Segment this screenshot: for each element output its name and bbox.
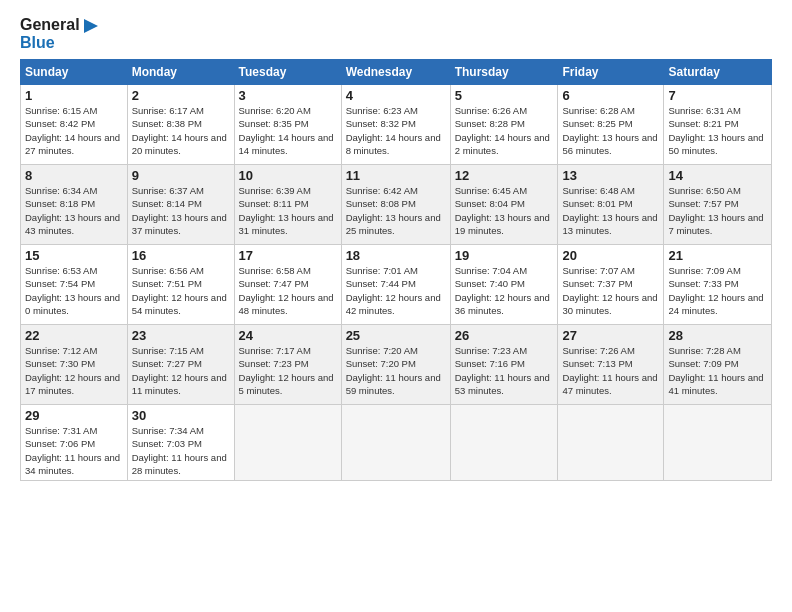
calendar-cell: 23 Sunrise: 7:15 AM Sunset: 7:27 PM Dayl… (127, 325, 234, 405)
calendar-cell: 2 Sunrise: 6:17 AM Sunset: 8:38 PM Dayli… (127, 85, 234, 165)
day-number: 23 (132, 328, 230, 343)
weekday-header: Saturday (664, 60, 772, 85)
calendar-cell: 29 Sunrise: 7:31 AM Sunset: 7:06 PM Dayl… (21, 405, 128, 481)
day-number: 6 (562, 88, 659, 103)
day-number: 7 (668, 88, 767, 103)
calendar-cell (450, 405, 558, 481)
calendar-cell: 11 Sunrise: 6:42 AM Sunset: 8:08 PM Dayl… (341, 165, 450, 245)
day-number: 19 (455, 248, 554, 263)
day-number: 4 (346, 88, 446, 103)
weekday-header: Wednesday (341, 60, 450, 85)
weekday-header-row: SundayMondayTuesdayWednesdayThursdayFrid… (21, 60, 772, 85)
day-info: Sunrise: 6:37 AM Sunset: 8:14 PM Dayligh… (132, 184, 230, 237)
calendar-cell: 13 Sunrise: 6:48 AM Sunset: 8:01 PM Dayl… (558, 165, 664, 245)
day-number: 15 (25, 248, 123, 263)
day-info: Sunrise: 6:15 AM Sunset: 8:42 PM Dayligh… (25, 104, 123, 157)
day-number: 1 (25, 88, 123, 103)
day-number: 25 (346, 328, 446, 343)
calendar-cell: 4 Sunrise: 6:23 AM Sunset: 8:32 PM Dayli… (341, 85, 450, 165)
day-info: Sunrise: 7:04 AM Sunset: 7:40 PM Dayligh… (455, 264, 554, 317)
day-info: Sunrise: 7:07 AM Sunset: 7:37 PM Dayligh… (562, 264, 659, 317)
day-info: Sunrise: 6:34 AM Sunset: 8:18 PM Dayligh… (25, 184, 123, 237)
calendar-cell: 1 Sunrise: 6:15 AM Sunset: 8:42 PM Dayli… (21, 85, 128, 165)
logo: General Blue (20, 16, 98, 51)
calendar-week-row: 22 Sunrise: 7:12 AM Sunset: 7:30 PM Dayl… (21, 325, 772, 405)
day-number: 22 (25, 328, 123, 343)
svg-marker-0 (84, 19, 98, 33)
day-info: Sunrise: 6:53 AM Sunset: 7:54 PM Dayligh… (25, 264, 123, 317)
calendar-cell: 3 Sunrise: 6:20 AM Sunset: 8:35 PM Dayli… (234, 85, 341, 165)
day-info: Sunrise: 6:48 AM Sunset: 8:01 PM Dayligh… (562, 184, 659, 237)
day-info: Sunrise: 6:17 AM Sunset: 8:38 PM Dayligh… (132, 104, 230, 157)
day-info: Sunrise: 7:28 AM Sunset: 7:09 PM Dayligh… (668, 344, 767, 397)
day-info: Sunrise: 7:26 AM Sunset: 7:13 PM Dayligh… (562, 344, 659, 397)
day-info: Sunrise: 7:01 AM Sunset: 7:44 PM Dayligh… (346, 264, 446, 317)
day-info: Sunrise: 6:20 AM Sunset: 8:35 PM Dayligh… (239, 104, 337, 157)
day-number: 12 (455, 168, 554, 183)
calendar-cell: 16 Sunrise: 6:56 AM Sunset: 7:51 PM Dayl… (127, 245, 234, 325)
day-number: 30 (132, 408, 230, 423)
calendar-cell: 18 Sunrise: 7:01 AM Sunset: 7:44 PM Dayl… (341, 245, 450, 325)
day-number: 8 (25, 168, 123, 183)
calendar-cell: 20 Sunrise: 7:07 AM Sunset: 7:37 PM Dayl… (558, 245, 664, 325)
calendar-table: SundayMondayTuesdayWednesdayThursdayFrid… (20, 59, 772, 481)
day-number: 28 (668, 328, 767, 343)
calendar-cell: 8 Sunrise: 6:34 AM Sunset: 8:18 PM Dayli… (21, 165, 128, 245)
day-info: Sunrise: 7:09 AM Sunset: 7:33 PM Dayligh… (668, 264, 767, 317)
day-info: Sunrise: 6:26 AM Sunset: 8:28 PM Dayligh… (455, 104, 554, 157)
calendar-cell: 28 Sunrise: 7:28 AM Sunset: 7:09 PM Dayl… (664, 325, 772, 405)
day-number: 17 (239, 248, 337, 263)
day-number: 3 (239, 88, 337, 103)
calendar-cell: 7 Sunrise: 6:31 AM Sunset: 8:21 PM Dayli… (664, 85, 772, 165)
calendar-week-row: 1 Sunrise: 6:15 AM Sunset: 8:42 PM Dayli… (21, 85, 772, 165)
calendar-week-row: 15 Sunrise: 6:53 AM Sunset: 7:54 PM Dayl… (21, 245, 772, 325)
day-number: 16 (132, 248, 230, 263)
calendar-cell (341, 405, 450, 481)
day-info: Sunrise: 6:23 AM Sunset: 8:32 PM Dayligh… (346, 104, 446, 157)
day-info: Sunrise: 7:17 AM Sunset: 7:23 PM Dayligh… (239, 344, 337, 397)
calendar-cell (664, 405, 772, 481)
day-info: Sunrise: 6:31 AM Sunset: 8:21 PM Dayligh… (668, 104, 767, 157)
calendar-cell (234, 405, 341, 481)
day-number: 29 (25, 408, 123, 423)
day-info: Sunrise: 6:39 AM Sunset: 8:11 PM Dayligh… (239, 184, 337, 237)
calendar-cell: 22 Sunrise: 7:12 AM Sunset: 7:30 PM Dayl… (21, 325, 128, 405)
day-info: Sunrise: 7:31 AM Sunset: 7:06 PM Dayligh… (25, 424, 123, 477)
weekday-header: Friday (558, 60, 664, 85)
page-container: General Blue SundayMondayTuesdayWednesda… (0, 0, 792, 491)
day-info: Sunrise: 6:45 AM Sunset: 8:04 PM Dayligh… (455, 184, 554, 237)
calendar-cell: 21 Sunrise: 7:09 AM Sunset: 7:33 PM Dayl… (664, 245, 772, 325)
day-number: 24 (239, 328, 337, 343)
calendar-cell: 14 Sunrise: 6:50 AM Sunset: 7:57 PM Dayl… (664, 165, 772, 245)
calendar-cell: 6 Sunrise: 6:28 AM Sunset: 8:25 PM Dayli… (558, 85, 664, 165)
day-number: 14 (668, 168, 767, 183)
weekday-header: Sunday (21, 60, 128, 85)
day-info: Sunrise: 7:23 AM Sunset: 7:16 PM Dayligh… (455, 344, 554, 397)
calendar-week-row: 8 Sunrise: 6:34 AM Sunset: 8:18 PM Dayli… (21, 165, 772, 245)
weekday-header: Tuesday (234, 60, 341, 85)
day-number: 13 (562, 168, 659, 183)
calendar-cell: 17 Sunrise: 6:58 AM Sunset: 7:47 PM Dayl… (234, 245, 341, 325)
calendar-cell: 12 Sunrise: 6:45 AM Sunset: 8:04 PM Dayl… (450, 165, 558, 245)
day-info: Sunrise: 6:28 AM Sunset: 8:25 PM Dayligh… (562, 104, 659, 157)
logo-text: General Blue (20, 16, 98, 51)
calendar-cell: 10 Sunrise: 6:39 AM Sunset: 8:11 PM Dayl… (234, 165, 341, 245)
calendar-cell: 9 Sunrise: 6:37 AM Sunset: 8:14 PM Dayli… (127, 165, 234, 245)
day-number: 5 (455, 88, 554, 103)
calendar-week-row: 29 Sunrise: 7:31 AM Sunset: 7:06 PM Dayl… (21, 405, 772, 481)
calendar-cell: 25 Sunrise: 7:20 AM Sunset: 7:20 PM Dayl… (341, 325, 450, 405)
day-number: 9 (132, 168, 230, 183)
calendar-cell: 19 Sunrise: 7:04 AM Sunset: 7:40 PM Dayl… (450, 245, 558, 325)
day-info: Sunrise: 6:58 AM Sunset: 7:47 PM Dayligh… (239, 264, 337, 317)
weekday-header: Monday (127, 60, 234, 85)
calendar-cell: 15 Sunrise: 6:53 AM Sunset: 7:54 PM Dayl… (21, 245, 128, 325)
calendar-cell: 5 Sunrise: 6:26 AM Sunset: 8:28 PM Dayli… (450, 85, 558, 165)
day-info: Sunrise: 7:12 AM Sunset: 7:30 PM Dayligh… (25, 344, 123, 397)
day-number: 27 (562, 328, 659, 343)
calendar-cell (558, 405, 664, 481)
day-info: Sunrise: 6:56 AM Sunset: 7:51 PM Dayligh… (132, 264, 230, 317)
day-number: 18 (346, 248, 446, 263)
day-number: 11 (346, 168, 446, 183)
day-info: Sunrise: 6:50 AM Sunset: 7:57 PM Dayligh… (668, 184, 767, 237)
calendar-cell: 24 Sunrise: 7:17 AM Sunset: 7:23 PM Dayl… (234, 325, 341, 405)
